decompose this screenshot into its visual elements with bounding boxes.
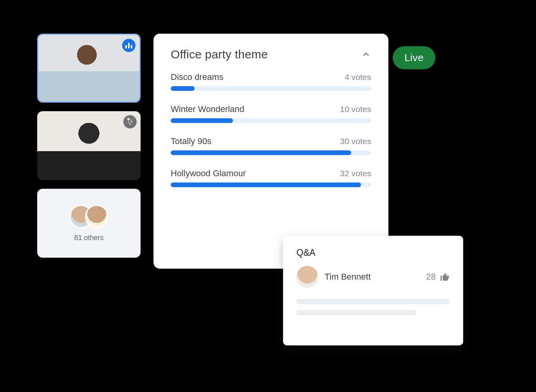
avatar <box>296 266 318 288</box>
poll-option-votes: 4 votes <box>345 72 371 82</box>
poll-bar <box>171 86 371 91</box>
poll-bar-fill <box>171 118 233 123</box>
poll-option[interactable]: Hollywood Glamour 32 votes <box>171 168 371 187</box>
poll-option[interactable]: Totally 90s 30 votes <box>171 136 371 155</box>
qa-likes[interactable]: 28 <box>426 272 450 282</box>
poll-option-name: Disco dreams <box>171 72 223 82</box>
poll-bar-fill <box>171 182 361 187</box>
poll-option-name: Totally 90s <box>171 136 211 146</box>
participant-tile-1[interactable] <box>37 34 141 103</box>
poll-option-votes: 32 votes <box>340 169 371 178</box>
qa-title: Q&A <box>296 247 450 258</box>
participant-tile-2[interactable] <box>37 111 141 180</box>
poll-option-name: Winter Wonderland <box>171 104 244 114</box>
poll-option-votes: 10 votes <box>340 105 371 114</box>
poll-bar-fill <box>171 150 351 155</box>
speaking-indicator-icon <box>122 39 135 52</box>
qa-author: Tim Bennett <box>325 272 420 282</box>
muted-icon <box>123 115 137 128</box>
poll-bar <box>171 150 371 155</box>
poll-option[interactable]: Winter Wonderland 10 votes <box>171 104 371 123</box>
others-count-label: 81 others <box>74 234 103 242</box>
poll-title: Office party theme <box>171 48 268 61</box>
qa-question-placeholder <box>296 299 450 315</box>
poll-option-votes: 30 votes <box>340 137 371 146</box>
poll-bar <box>171 118 371 123</box>
others-tile[interactable]: 81 others <box>37 189 141 258</box>
poll-bar <box>171 182 371 187</box>
poll-bar-fill <box>171 86 195 91</box>
poll-option-name: Hollywood Glamour <box>171 168 246 179</box>
qa-card[interactable]: Q&A Tim Bennett 28 <box>283 236 463 345</box>
thumbs-up-icon <box>440 272 450 282</box>
poll-option[interactable]: Disco dreams 4 votes <box>171 72 371 91</box>
live-badge: Live <box>393 46 435 69</box>
poll-panel: Office party theme Disco dreams 4 votes … <box>153 34 388 269</box>
qa-like-count: 28 <box>426 272 436 282</box>
chevron-up-icon[interactable] <box>361 49 371 60</box>
others-avatars <box>69 205 108 228</box>
participant-tiles: 81 others <box>37 34 141 266</box>
avatar <box>85 205 108 228</box>
